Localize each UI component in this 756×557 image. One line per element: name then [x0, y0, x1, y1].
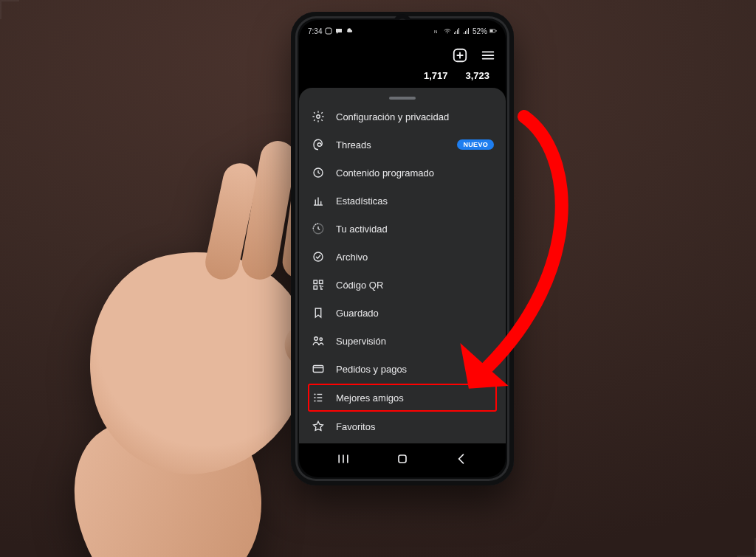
- hamburger-menu-button[interactable]: [479, 46, 497, 64]
- svg-rect-11: [320, 280, 323, 284]
- android-nav-bar: [299, 446, 506, 471]
- new-badge: NUEVO: [457, 139, 494, 150]
- svg-rect-0: [326, 28, 331, 34]
- stat-following[interactable]: 3,723: [465, 70, 489, 81]
- threads-icon: [311, 137, 326, 152]
- menu-label: Supervisión: [336, 336, 494, 347]
- bookmark-icon: [311, 305, 326, 320]
- svg-rect-3: [490, 30, 493, 32]
- nav-back-button[interactable]: [447, 449, 476, 469]
- nav-recents-button[interactable]: [329, 449, 358, 469]
- stats-icon: [311, 193, 326, 208]
- svg-rect-12: [314, 286, 317, 290]
- activity-icon: [311, 221, 326, 236]
- star-icon: [311, 419, 326, 434]
- menu-item-scheduled[interactable]: Contenido programado: [299, 159, 506, 187]
- status-cloud-icon: [346, 27, 353, 35]
- status-chat-icon: [335, 27, 343, 35]
- status-battery-icon: [489, 27, 497, 35]
- menu-label: Tu actividad: [336, 224, 494, 235]
- stat-followers[interactable]: 1,717: [424, 70, 448, 81]
- menu-label: Contenido programado: [336, 167, 494, 179]
- profile-stats: 1,717 3,723: [299, 69, 506, 86]
- status-wifi-icon: [444, 27, 451, 35]
- create-button[interactable]: [451, 46, 469, 64]
- archive-icon: [311, 249, 326, 264]
- menu-label: Threads: [336, 139, 447, 151]
- close-friends-icon: [311, 390, 326, 405]
- status-signal-1-icon: [453, 27, 461, 35]
- menu-item-settings[interactable]: Configuración y privacidad: [299, 103, 506, 131]
- phone-screen: 7:34 N 52% 1,717: [299, 20, 506, 477]
- phone-body: 7:34 N 52% 1,717: [291, 12, 514, 485]
- svg-point-14: [320, 338, 322, 340]
- svg-point-16: [314, 393, 315, 395]
- menu-label: Archivo: [336, 252, 494, 263]
- qr-icon: [311, 277, 326, 292]
- menu-label: Pedidos y pagos: [336, 364, 494, 375]
- menu-item-archive[interactable]: Archivo: [299, 243, 506, 271]
- menu-label: Configuración y privacidad: [336, 111, 494, 122]
- status-nfc-icon: N: [434, 27, 441, 35]
- menu-item-orders-payments[interactable]: Pedidos y pagos: [299, 355, 506, 383]
- menu-item-insights[interactable]: Estadísticas: [299, 187, 506, 215]
- profile-top-bar: [299, 42, 506, 69]
- supervision-icon: [311, 333, 326, 348]
- menu-item-activity[interactable]: Tu actividad: [299, 215, 506, 243]
- menu-item-supervision[interactable]: Supervisión: [299, 327, 506, 355]
- status-signal-2-icon: [463, 27, 470, 35]
- clock-icon: [311, 165, 326, 180]
- svg-point-17: [314, 397, 315, 398]
- svg-point-6: [317, 115, 320, 119]
- sheet-grabber[interactable]: [389, 97, 416, 100]
- gear-icon: [311, 109, 326, 124]
- menu-item-discover-people[interactable]: Descubrir personas: [299, 440, 506, 443]
- menu-label: Mejores amigos: [336, 392, 492, 404]
- svg-rect-20: [399, 455, 406, 463]
- menu-label: Guardado: [336, 308, 494, 319]
- svg-point-13: [315, 337, 318, 341]
- svg-point-18: [314, 400, 315, 401]
- menu-label: Código QR: [336, 280, 494, 291]
- menu-item-threads[interactable]: Threads NUEVO: [299, 131, 506, 159]
- status-battery-text: 52%: [472, 27, 487, 35]
- nav-home-button[interactable]: [388, 449, 417, 469]
- menu-label: Estadísticas: [336, 196, 494, 207]
- card-icon: [311, 361, 326, 376]
- status-bar: 7:34 N 52%: [299, 20, 506, 42]
- svg-rect-10: [314, 280, 317, 284]
- svg-text:N: N: [434, 30, 437, 34]
- svg-point-9: [314, 252, 323, 261]
- menu-item-favorites[interactable]: Favoritos: [299, 412, 506, 440]
- menu-item-saved[interactable]: Guardado: [299, 299, 506, 327]
- svg-rect-15: [313, 366, 323, 373]
- status-app-icon: [325, 27, 332, 35]
- options-sheet: Configuración y privacidad Threads NUEVO…: [299, 88, 506, 443]
- menu-item-close-friends[interactable]: Mejores amigos: [308, 384, 497, 412]
- menu-label: Favoritos: [336, 421, 494, 432]
- options-menu: Configuración y privacidad Threads NUEVO…: [299, 103, 506, 443]
- svg-rect-4: [496, 30, 497, 31]
- status-time: 7:34: [308, 27, 322, 35]
- menu-item-qr[interactable]: Código QR: [299, 271, 506, 299]
